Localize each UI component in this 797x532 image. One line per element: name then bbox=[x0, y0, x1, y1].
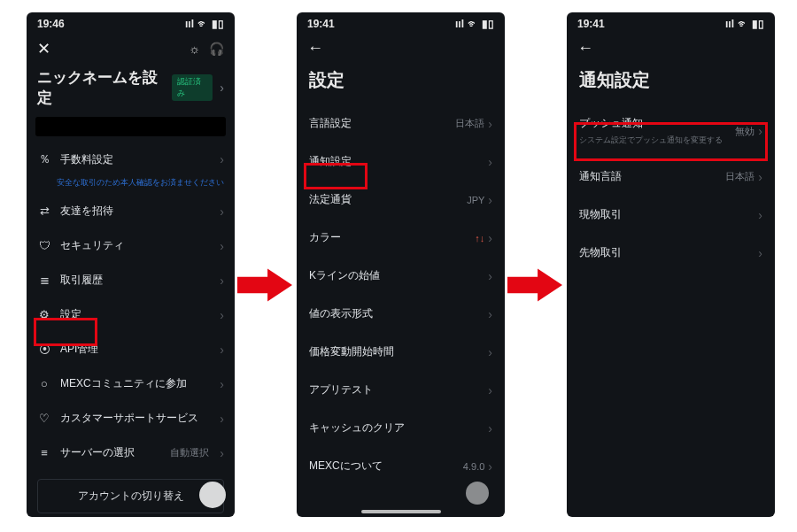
verified-badge: 認証済み bbox=[172, 74, 213, 101]
switch-account-button[interactable]: アカウントの切り替え bbox=[37, 479, 224, 513]
chevron-right-icon: › bbox=[488, 117, 492, 131]
row-number-format[interactable]: 値の表示形式 › bbox=[297, 295, 505, 333]
row-label: キャッシュのクリア bbox=[309, 420, 488, 436]
row-price-change-start[interactable]: 価格変動開始時間 › bbox=[297, 333, 505, 371]
phone-screen-account: 19:46 ııl ᯤ ▮▯ ✕ ☼ 🎧 ニックネームを設定 認証済み › ％ … bbox=[27, 12, 235, 517]
row-value: JPY bbox=[467, 195, 484, 205]
chevron-right-icon: › bbox=[758, 246, 762, 260]
close-icon[interactable]: ✕ bbox=[37, 39, 50, 58]
row-about[interactable]: MEXCについて 4.9.0 › bbox=[297, 447, 505, 485]
chevron-right-icon: › bbox=[488, 269, 492, 283]
server-icon: ≡ bbox=[37, 446, 51, 459]
top-bar: ← bbox=[567, 34, 775, 66]
chevron-right-icon: › bbox=[220, 412, 224, 426]
row-label: 取引履歴 bbox=[60, 273, 211, 288]
chevron-right-icon: › bbox=[758, 170, 762, 184]
clock: 19:46 bbox=[37, 18, 65, 30]
status-icons: ııl ᯤ ▮▯ bbox=[185, 18, 224, 30]
row-label: サーバーの選択 bbox=[60, 445, 161, 460]
chevron-right-icon: › bbox=[488, 231, 492, 245]
chevron-right-icon: › bbox=[488, 459, 492, 474]
status-bar: 19:41 ııl ᯤ ▮▯ bbox=[567, 12, 775, 34]
page-title-row[interactable]: ニックネームを設定 認証済み › bbox=[27, 67, 235, 117]
row-label: プッシュ通知 bbox=[579, 116, 735, 131]
row-value: 無効 bbox=[735, 125, 754, 138]
wifi-icon: ᯤ bbox=[197, 18, 208, 30]
row-label: 友達を招待 bbox=[60, 204, 211, 219]
row-security[interactable]: 🛡 セキュリティ › bbox=[27, 228, 235, 263]
row-subtitle: システム設定でプッシュ通知を変更する bbox=[579, 135, 735, 146]
battery-icon: ▮▯ bbox=[212, 18, 224, 30]
row-label: アプリテスト bbox=[309, 382, 488, 397]
wifi-icon: ᯤ bbox=[738, 18, 748, 30]
chevron-right-icon: › bbox=[220, 204, 224, 219]
row-kline-open[interactable]: Kラインの始値 › bbox=[297, 257, 505, 295]
arrow-icon bbox=[507, 266, 562, 305]
row-label: 法定通貨 bbox=[309, 192, 467, 207]
row-value: 自動選択 bbox=[170, 446, 209, 459]
redacted-area bbox=[35, 117, 226, 136]
status-bar: 19:41 ııl ᯤ ▮▯ bbox=[297, 12, 505, 34]
page-title: 通知設定 bbox=[567, 66, 775, 104]
share-icon: ⇄ bbox=[37, 204, 51, 218]
floating-button[interactable] bbox=[466, 482, 489, 505]
row-notification-language[interactable]: 通知言語 日本語 › bbox=[567, 158, 775, 196]
row-push-notification[interactable]: プッシュ通知 システム設定でプッシュ通知を変更する 無効 › bbox=[567, 104, 775, 158]
status-bar: 19:46 ııl ᯤ ▮▯ bbox=[27, 12, 235, 34]
row-label: セキュリティ bbox=[60, 238, 211, 253]
clock: 19:41 bbox=[307, 18, 335, 30]
row-history[interactable]: ≣ 取引履歴 › bbox=[27, 263, 235, 297]
row-label: 設定 bbox=[60, 307, 211, 322]
battery-icon: ▮▯ bbox=[752, 18, 764, 30]
row-community[interactable]: ○ MEXCコミュニティに参加 › bbox=[27, 366, 235, 401]
theme-icon[interactable]: ☼ bbox=[189, 42, 200, 56]
signal-icon: ııl bbox=[455, 18, 464, 30]
phone-screen-notification-settings: 19:41 ııl ᯤ ▮▯ ← 通知設定 プッシュ通知 システム設定でプッシュ… bbox=[567, 12, 775, 517]
heart-icon: ♡ bbox=[37, 412, 51, 425]
row-api[interactable]: ⦿ API管理 › bbox=[27, 332, 235, 366]
chevron-right-icon: › bbox=[488, 155, 492, 169]
row-clear-cache[interactable]: キャッシュのクリア › bbox=[297, 409, 505, 447]
back-icon[interactable]: ← bbox=[307, 39, 323, 58]
chevron-right-icon: › bbox=[220, 81, 224, 95]
clock: 19:41 bbox=[577, 18, 605, 30]
api-icon: ⦿ bbox=[37, 343, 51, 356]
row-color[interactable]: カラー ↑↓ › bbox=[297, 219, 505, 257]
floating-button[interactable] bbox=[199, 482, 226, 508]
row-label: カスタマーサポートサービス bbox=[60, 411, 211, 426]
list-icon: ≣ bbox=[37, 274, 51, 287]
row-label: 言語設定 bbox=[309, 116, 455, 131]
top-bar: ✕ ☼ 🎧 bbox=[27, 34, 235, 67]
row-app-test[interactable]: アプリテスト › bbox=[297, 371, 505, 409]
svg-marker-1 bbox=[507, 268, 562, 301]
gear-icon: ⚙ bbox=[37, 308, 51, 321]
row-server[interactable]: ≡ サーバーの選択 自動選択 › bbox=[27, 436, 235, 470]
back-icon[interactable]: ← bbox=[577, 39, 593, 58]
row-language[interactable]: 言語設定 日本語 › bbox=[297, 104, 505, 143]
row-value: ↑↓ bbox=[475, 233, 484, 243]
row-value: 日本語 bbox=[725, 170, 754, 183]
chevron-right-icon: › bbox=[220, 343, 224, 357]
row-label: MEXCについて bbox=[309, 459, 463, 474]
row-settings[interactable]: ⚙ 設定 › bbox=[27, 297, 235, 332]
arrow-icon bbox=[237, 266, 292, 305]
chevron-right-icon: › bbox=[220, 446, 224, 460]
row-futures[interactable]: 先物取引 › bbox=[567, 234, 775, 272]
row-label: 現物取引 bbox=[579, 207, 758, 222]
chevron-right-icon: › bbox=[220, 377, 224, 391]
chevron-right-icon: › bbox=[220, 239, 224, 253]
row-fee-settings[interactable]: ％ 手数料設定 › bbox=[27, 142, 235, 177]
row-label: 通知設定 bbox=[309, 154, 488, 169]
wifi-icon: ᯤ bbox=[468, 18, 478, 30]
headset-icon[interactable]: 🎧 bbox=[209, 42, 224, 56]
row-value: 4.9.0 bbox=[463, 461, 484, 472]
row-support[interactable]: ♡ カスタマーサポートサービス › bbox=[27, 401, 235, 436]
row-spot[interactable]: 現物取引 › bbox=[567, 196, 775, 234]
percent-icon: ％ bbox=[37, 151, 51, 167]
chevron-right-icon: › bbox=[488, 421, 492, 436]
row-notification-settings[interactable]: 通知設定 › bbox=[297, 143, 505, 181]
signal-icon: ııl bbox=[725, 18, 734, 30]
row-label: 通知言語 bbox=[579, 169, 725, 184]
row-invite[interactable]: ⇄ 友達を招待 › bbox=[27, 194, 235, 228]
row-fiat[interactable]: 法定通貨 JPY › bbox=[297, 181, 505, 219]
